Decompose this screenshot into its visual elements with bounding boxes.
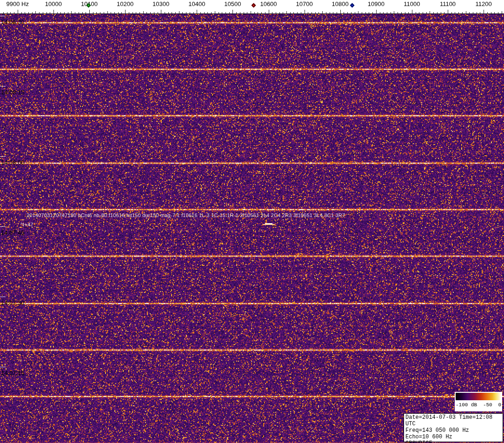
colorbar: -100 dB -50 0 xyxy=(455,392,502,411)
freq-tick xyxy=(283,12,283,13)
freq-tick xyxy=(433,12,434,13)
freq-tick xyxy=(462,12,463,13)
freq-tick xyxy=(315,12,316,13)
freq-tick xyxy=(32,12,33,13)
freq-tick xyxy=(96,12,97,13)
freq-tick xyxy=(154,12,154,13)
freq-tick xyxy=(487,12,488,13)
freq-tick xyxy=(244,12,244,13)
freq-tick xyxy=(469,12,470,13)
marker-red-diamond[interactable] xyxy=(251,3,256,8)
freq-tick xyxy=(204,12,205,13)
freq-tick xyxy=(68,12,68,13)
freq-tick xyxy=(344,12,344,13)
freq-tick xyxy=(139,12,140,13)
freq-tick xyxy=(46,12,47,13)
freq-tick xyxy=(232,10,233,13)
freq-tick xyxy=(308,12,308,13)
freq-tick xyxy=(408,12,409,13)
freq-tick xyxy=(200,12,201,13)
colorbar-labels: -100 dB -50 0 xyxy=(456,400,501,410)
freq-tick xyxy=(104,12,104,13)
freq-tick xyxy=(114,12,115,13)
freq-tick xyxy=(254,12,255,13)
freq-tick xyxy=(118,12,119,13)
freq-tick xyxy=(215,11,215,13)
freq-tick xyxy=(10,12,11,13)
freq-tick xyxy=(372,12,373,13)
freq-tick xyxy=(93,12,93,13)
info-box: Date=2014-07-03 Time=12:08 UTC Freq=143 … xyxy=(404,413,503,442)
freq-tick xyxy=(28,12,29,13)
time-tick xyxy=(0,367,6,367)
freq-tick xyxy=(498,12,498,13)
freq-tick xyxy=(251,11,251,13)
freq-tick xyxy=(50,12,50,13)
freq-tick xyxy=(25,12,25,13)
freq-label-10800: 10800 xyxy=(332,0,349,7)
freq-tick xyxy=(129,12,129,13)
freq-tick xyxy=(301,12,301,13)
freq-tick xyxy=(326,12,326,13)
freq-tick xyxy=(18,10,18,13)
time-label-140800: 14:08:00 xyxy=(1,159,25,166)
freq-tick xyxy=(71,11,72,13)
info-date-line: Date=2014-07-03 Time=12:08 UTC xyxy=(405,414,501,427)
freq-tick xyxy=(423,12,423,13)
freq-tick xyxy=(451,12,452,13)
freq-label-10300: 10300 xyxy=(153,0,169,7)
info-echo-line: Echo=10 600 Hz xyxy=(405,434,501,440)
freq-tick xyxy=(64,12,65,13)
freq-tick xyxy=(53,10,54,13)
freq-tick xyxy=(179,11,179,13)
freq-tick xyxy=(419,12,419,13)
freq-tick xyxy=(197,10,197,13)
marker-blue-diamond[interactable] xyxy=(350,3,354,8)
time-tick xyxy=(0,86,6,86)
freq-tick xyxy=(225,12,226,13)
frequency-ruler[interactable]: 9900 Hz100001010010200103001040010500106… xyxy=(0,0,504,14)
freq-tick xyxy=(100,12,100,13)
freq-tick xyxy=(394,11,394,13)
time-tick xyxy=(0,156,6,157)
freq-tick xyxy=(276,12,276,13)
info-station-line: OBSUPICE xyxy=(405,440,501,443)
freq-tick xyxy=(405,12,405,13)
colorbar-mid-label: -50 xyxy=(483,402,492,408)
freq-tick xyxy=(39,12,40,13)
freq-tick xyxy=(272,12,272,13)
time-tick xyxy=(0,16,6,16)
freq-tick xyxy=(14,12,14,13)
freq-tick xyxy=(168,12,169,13)
freq-label-10700: 10700 xyxy=(296,0,313,7)
freq-tick xyxy=(322,11,323,13)
freq-tick xyxy=(236,12,237,13)
freq-tick xyxy=(290,12,291,13)
freq-tick xyxy=(437,12,438,13)
freq-tick xyxy=(258,12,258,13)
time-label-140830: 14:08:30 xyxy=(1,19,25,26)
freq-label-9900: 9900 Hz xyxy=(7,0,29,7)
freq-tick xyxy=(337,12,337,13)
freq-tick xyxy=(305,10,305,13)
freq-tick xyxy=(480,12,480,13)
colorbar-min-label: -100 dB xyxy=(456,402,477,408)
freq-tick xyxy=(401,12,402,13)
freq-tick xyxy=(247,12,247,13)
freq-tick xyxy=(143,11,144,13)
freq-tick xyxy=(491,12,491,13)
freq-tick xyxy=(136,12,136,13)
freq-tick xyxy=(121,12,122,13)
freq-tick xyxy=(444,12,444,13)
freq-tick xyxy=(190,12,190,13)
freq-tick xyxy=(193,12,194,13)
freq-tick xyxy=(279,12,280,13)
freq-tick xyxy=(318,12,319,13)
freq-tick xyxy=(60,12,61,13)
freq-tick xyxy=(75,12,75,13)
freq-tick xyxy=(269,10,269,13)
freq-tick xyxy=(458,12,459,13)
freq-label-10900: 10900 xyxy=(368,0,385,7)
freq-tick xyxy=(165,12,165,13)
freq-tick xyxy=(21,12,22,13)
